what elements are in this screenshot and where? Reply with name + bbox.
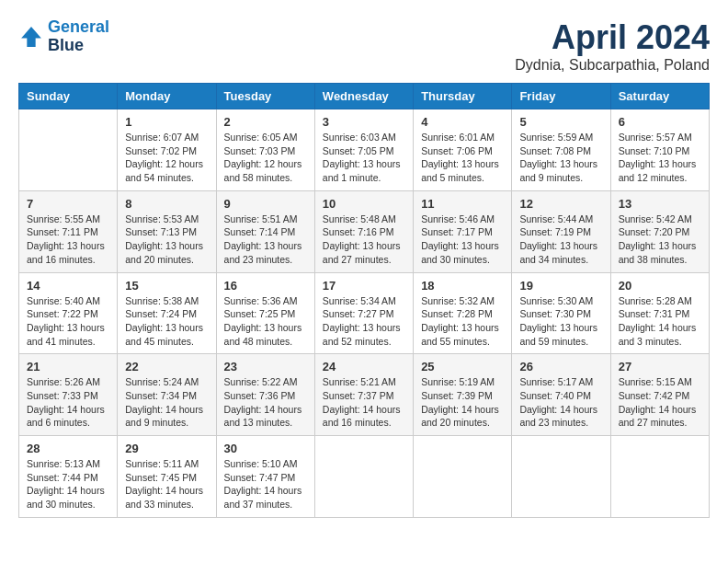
- calendar-cell: 10Sunrise: 5:48 AM Sunset: 7:16 PM Dayli…: [314, 190, 413, 272]
- logo-text: General Blue: [48, 18, 109, 55]
- calendar-cell: 2Sunrise: 6:05 AM Sunset: 7:03 PM Daylig…: [216, 109, 314, 191]
- page-header: General Blue April 2024 Dydnia, Subcarpa…: [18, 18, 710, 74]
- day-info: Sunrise: 5:32 AM Sunset: 7:28 PM Dayligh…: [421, 294, 504, 349]
- calendar-cell: 26Sunrise: 5:17 AM Sunset: 7:40 PM Dayli…: [512, 354, 610, 436]
- calendar-week-2: 7Sunrise: 5:55 AM Sunset: 7:11 PM Daylig…: [19, 190, 710, 272]
- calendar-cell: 4Sunrise: 6:01 AM Sunset: 7:06 PM Daylig…: [414, 109, 512, 191]
- calendar-cell: 7Sunrise: 5:55 AM Sunset: 7:11 PM Daylig…: [19, 190, 118, 272]
- day-number: 26: [519, 360, 602, 373]
- location-subtitle: Dydnia, Subcarpathia, Poland: [515, 57, 710, 74]
- calendar-week-5: 28Sunrise: 5:13 AM Sunset: 7:44 PM Dayli…: [19, 436, 710, 518]
- day-number: 15: [125, 279, 208, 293]
- day-info: Sunrise: 5:46 AM Sunset: 7:17 PM Dayligh…: [421, 213, 504, 267]
- calendar-cell: 14Sunrise: 5:40 AM Sunset: 7:22 PM Dayli…: [19, 272, 118, 354]
- calendar-cell: 19Sunrise: 5:30 AM Sunset: 7:30 PM Dayli…: [512, 272, 610, 354]
- weekday-header-wednesday: Wednesday: [314, 84, 413, 109]
- day-info: Sunrise: 5:42 AM Sunset: 7:20 PM Dayligh…: [619, 213, 701, 267]
- day-number: 11: [421, 197, 504, 211]
- day-info: Sunrise: 6:05 AM Sunset: 7:03 PM Dayligh…: [224, 131, 307, 185]
- day-number: 8: [125, 197, 208, 211]
- day-info: Sunrise: 5:59 AM Sunset: 7:08 PM Dayligh…: [519, 131, 602, 185]
- day-number: 24: [323, 360, 405, 373]
- day-number: 28: [27, 442, 109, 455]
- calendar-cell: 13Sunrise: 5:42 AM Sunset: 7:20 PM Dayli…: [610, 190, 709, 272]
- day-info: Sunrise: 5:19 AM Sunset: 7:39 PM Dayligh…: [421, 375, 504, 430]
- day-info: Sunrise: 5:57 AM Sunset: 7:10 PM Dayligh…: [619, 131, 701, 185]
- day-info: Sunrise: 5:44 AM Sunset: 7:19 PM Dayligh…: [519, 213, 602, 267]
- day-info: Sunrise: 5:38 AM Sunset: 7:24 PM Dayligh…: [125, 294, 208, 349]
- day-number: 17: [323, 279, 405, 293]
- day-number: 25: [421, 360, 504, 373]
- day-number: 10: [323, 197, 405, 211]
- day-info: Sunrise: 5:10 AM Sunset: 7:47 PM Dayligh…: [224, 457, 307, 511]
- weekday-header-row: SundayMondayTuesdayWednesdayThursdayFrid…: [19, 84, 710, 109]
- calendar-cell: 8Sunrise: 5:53 AM Sunset: 7:13 PM Daylig…: [118, 190, 216, 272]
- day-number: 3: [323, 115, 405, 129]
- day-info: Sunrise: 5:51 AM Sunset: 7:14 PM Dayligh…: [224, 213, 307, 267]
- day-number: 21: [27, 360, 109, 373]
- calendar-cell: 16Sunrise: 5:36 AM Sunset: 7:25 PM Dayli…: [216, 272, 314, 354]
- calendar-cell: 9Sunrise: 5:51 AM Sunset: 7:14 PM Daylig…: [216, 190, 314, 272]
- calendar-cell: 30Sunrise: 5:10 AM Sunset: 7:47 PM Dayli…: [216, 436, 314, 518]
- calendar-cell: [314, 436, 413, 518]
- day-info: Sunrise: 5:34 AM Sunset: 7:27 PM Dayligh…: [323, 294, 405, 349]
- day-info: Sunrise: 5:28 AM Sunset: 7:31 PM Dayligh…: [619, 294, 701, 349]
- calendar-week-1: 1Sunrise: 6:07 AM Sunset: 7:02 PM Daylig…: [19, 109, 710, 191]
- calendar-cell: 3Sunrise: 6:03 AM Sunset: 7:05 PM Daylig…: [314, 109, 413, 191]
- day-info: Sunrise: 5:30 AM Sunset: 7:30 PM Dayligh…: [519, 294, 602, 349]
- calendar-cell: 29Sunrise: 5:11 AM Sunset: 7:45 PM Dayli…: [118, 436, 216, 518]
- logo: General Blue: [18, 18, 109, 55]
- day-number: 20: [619, 279, 701, 293]
- day-number: 23: [224, 360, 307, 373]
- calendar-cell: [512, 436, 610, 518]
- calendar-cell: 27Sunrise: 5:15 AM Sunset: 7:42 PM Dayli…: [610, 354, 709, 436]
- calendar-cell: 25Sunrise: 5:19 AM Sunset: 7:39 PM Dayli…: [414, 354, 512, 436]
- calendar-cell: 6Sunrise: 5:57 AM Sunset: 7:10 PM Daylig…: [610, 109, 709, 191]
- day-number: 27: [619, 360, 701, 373]
- day-info: Sunrise: 5:26 AM Sunset: 7:33 PM Dayligh…: [27, 375, 109, 430]
- calendar-cell: 18Sunrise: 5:32 AM Sunset: 7:28 PM Dayli…: [414, 272, 512, 354]
- day-info: Sunrise: 5:17 AM Sunset: 7:40 PM Dayligh…: [519, 375, 602, 430]
- calendar-week-4: 21Sunrise: 5:26 AM Sunset: 7:33 PM Dayli…: [19, 354, 710, 436]
- day-number: 2: [224, 115, 307, 129]
- weekday-header-thursday: Thursday: [414, 84, 512, 109]
- weekday-header-friday: Friday: [512, 84, 610, 109]
- day-info: Sunrise: 5:40 AM Sunset: 7:22 PM Dayligh…: [27, 294, 109, 349]
- calendar-cell: 11Sunrise: 5:46 AM Sunset: 7:17 PM Dayli…: [414, 190, 512, 272]
- day-info: Sunrise: 6:01 AM Sunset: 7:06 PM Dayligh…: [421, 131, 504, 185]
- day-number: 22: [125, 360, 208, 373]
- day-number: 18: [421, 279, 504, 293]
- calendar-table: SundayMondayTuesdayWednesdayThursdayFrid…: [18, 83, 710, 518]
- day-number: 4: [421, 115, 504, 129]
- calendar-cell: 12Sunrise: 5:44 AM Sunset: 7:19 PM Dayli…: [512, 190, 610, 272]
- calendar-cell: 23Sunrise: 5:22 AM Sunset: 7:36 PM Dayli…: [216, 354, 314, 436]
- day-info: Sunrise: 5:48 AM Sunset: 7:16 PM Dayligh…: [323, 213, 405, 267]
- logo-icon: [18, 24, 44, 50]
- calendar-week-3: 14Sunrise: 5:40 AM Sunset: 7:22 PM Dayli…: [19, 272, 710, 354]
- svg-marker-0: [21, 27, 41, 47]
- calendar-cell: 28Sunrise: 5:13 AM Sunset: 7:44 PM Dayli…: [19, 436, 118, 518]
- calendar-cell: 17Sunrise: 5:34 AM Sunset: 7:27 PM Dayli…: [314, 272, 413, 354]
- day-info: Sunrise: 6:03 AM Sunset: 7:05 PM Dayligh…: [323, 131, 405, 185]
- calendar-cell: 22Sunrise: 5:24 AM Sunset: 7:34 PM Dayli…: [118, 354, 216, 436]
- calendar-cell: 21Sunrise: 5:26 AM Sunset: 7:33 PM Dayli…: [19, 354, 118, 436]
- weekday-header-monday: Monday: [118, 84, 216, 109]
- weekday-header-sunday: Sunday: [19, 84, 118, 109]
- day-info: Sunrise: 5:11 AM Sunset: 7:45 PM Dayligh…: [125, 457, 208, 511]
- day-number: 19: [519, 279, 602, 293]
- day-number: 9: [224, 197, 307, 211]
- day-number: 1: [125, 115, 208, 129]
- day-info: Sunrise: 5:24 AM Sunset: 7:34 PM Dayligh…: [125, 375, 208, 430]
- day-number: 30: [224, 442, 307, 455]
- day-number: 5: [519, 115, 602, 129]
- calendar-cell: [19, 109, 118, 191]
- day-info: Sunrise: 5:21 AM Sunset: 7:37 PM Dayligh…: [323, 375, 405, 430]
- day-info: Sunrise: 5:22 AM Sunset: 7:36 PM Dayligh…: [224, 375, 307, 430]
- weekday-header-tuesday: Tuesday: [216, 84, 314, 109]
- title-area: April 2024 Dydnia, Subcarpathia, Poland: [515, 18, 710, 74]
- weekday-header-saturday: Saturday: [610, 84, 709, 109]
- day-number: 29: [125, 442, 208, 455]
- day-info: Sunrise: 5:55 AM Sunset: 7:11 PM Dayligh…: [27, 213, 109, 267]
- calendar-cell: 1Sunrise: 6:07 AM Sunset: 7:02 PM Daylig…: [118, 109, 216, 191]
- day-number: 16: [224, 279, 307, 293]
